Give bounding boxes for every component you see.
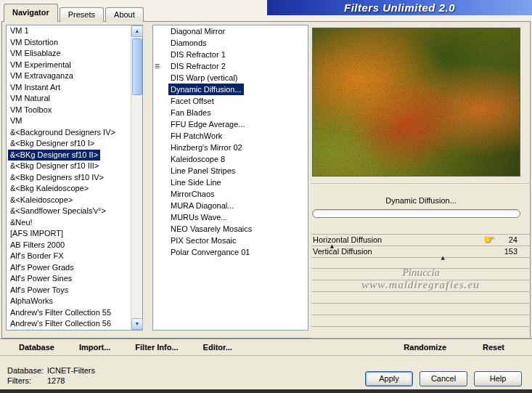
category-label: &<Bkg Designer sf10 I>: [8, 138, 97, 150]
grip-icon: ≡: [155, 60, 160, 72]
category-label: [AFS IMPORT]: [8, 228, 65, 240]
category-panel: VM 1 VM Distortion VM Elisablaze VM Expe…: [6, 25, 143, 331]
filter-item[interactable]: ≡ Kaleidoscope 8: [153, 153, 308, 165]
action-buttons: Apply Cancel Help: [0, 356, 532, 389]
filter-item[interactable]: ≡ DIS Warp (vertical): [153, 72, 308, 84]
toolbar-button[interactable]: Database: [19, 343, 54, 352]
parameter-value[interactable]: 24: [509, 235, 517, 246]
filter-item[interactable]: ≡ MirrorChaos: [153, 188, 308, 200]
category-item[interactable]: Alf's Border FX: [7, 251, 131, 262]
category-item[interactable]: VM Instant Art: [7, 82, 131, 94]
filter-item[interactable]: ≡ Polar Convergance 01: [153, 246, 308, 258]
filter-item[interactable]: ≡ DIS Refractor 2: [153, 60, 308, 72]
status-bar: Database: ICNET-Filters Filters: 1278 Ap…: [0, 356, 532, 389]
filter-label: MURA Diagonal...: [168, 200, 236, 211]
toolbar: Database Import... Filter Info... Editor…: [0, 339, 532, 356]
category-item[interactable]: VM Natural: [7, 93, 131, 105]
category-item[interactable]: &<Bkg Designer sf10 I>: [7, 138, 131, 150]
slider-thumb[interactable]: ▲: [330, 243, 334, 249]
action-button-label: Cancel: [431, 374, 456, 383]
filter-item[interactable]: ≡ Line Panel Stripes: [153, 165, 308, 177]
filter-label: Facet Offset: [168, 95, 216, 107]
action-button[interactable]: Cancel: [420, 371, 467, 386]
filter-item[interactable]: ≡ Hinzberg's Mirror 02: [153, 142, 308, 153]
toolbar-button[interactable]: Randomize: [404, 343, 446, 352]
filter-item[interactable]: ≡ Diagonal Mirror: [153, 25, 308, 37]
category-item[interactable]: &<Bkg Kaleidoscope>: [7, 183, 131, 195]
scroll-up-icon[interactable]: ▲: [131, 25, 143, 37]
toolbar-button[interactable]: Reset: [483, 343, 504, 352]
category-item[interactable]: VM Elisablaze: [7, 48, 131, 60]
category-scrollbar[interactable]: ▲ ▼: [131, 25, 142, 330]
filter-preview-image: [312, 28, 520, 177]
filter-label: FFU Edge Average...: [168, 118, 247, 130]
category-item[interactable]: &<Sandflower Specials'v°>: [7, 206, 131, 217]
category-item[interactable]: [AFS IMPORT]: [7, 228, 131, 240]
category-item[interactable]: Andrew's Filter Collection 55: [7, 307, 131, 319]
filter-label: DIS Refractor 1: [168, 49, 228, 60]
window-title: Filters Unlimited 2.0: [344, 1, 455, 14]
tab[interactable]: Presets: [60, 7, 104, 22]
category-item[interactable]: &<Kaleidoscope>: [7, 195, 131, 206]
parameter-value[interactable]: 153: [504, 246, 517, 257]
parameter-name: Horizontal Diffusion: [313, 235, 382, 246]
category-item[interactable]: &<BKg Designer sf10 II>: [7, 150, 131, 161]
tab[interactable]: Navigator: [4, 4, 58, 22]
category-label: VM Extravaganza: [8, 70, 75, 82]
filter-item[interactable]: ≡ NEO Vasarely Mosaics: [153, 223, 308, 235]
action-button[interactable]: Apply: [365, 371, 413, 386]
category-item[interactable]: &<Background Designers IV>: [7, 127, 131, 139]
category-item[interactable]: AlphaWorks: [7, 296, 131, 307]
category-item[interactable]: VM Toolbox: [7, 105, 131, 116]
category-item[interactable]: &Neu!: [7, 217, 131, 229]
toolbar-button[interactable]: Import...: [79, 343, 110, 352]
category-item[interactable]: Andrew's Filter Collection 56: [7, 318, 131, 330]
toolbar-button[interactable]: Editor...: [203, 343, 232, 352]
filter-item[interactable]: ≡ Line Side Line: [153, 177, 308, 188]
category-label: &<Bkg Designers sf10 IV>: [8, 172, 106, 184]
category-item[interactable]: VM: [7, 116, 131, 127]
category-label: &Neu!: [8, 217, 35, 229]
scroll-down-icon[interactable]: ▼: [131, 318, 143, 330]
category-label: &<Bkg Designer sf10 III>: [8, 161, 101, 172]
action-button[interactable]: Help: [474, 371, 522, 386]
filter-item[interactable]: ≡ MURA Diagonal...: [153, 200, 308, 211]
tab[interactable]: About: [105, 7, 144, 22]
tab-bar: Navigator Presets About: [4, 4, 145, 22]
category-item[interactable]: Alf's Power Grads: [7, 262, 131, 274]
category-label: VM Elisablaze: [8, 48, 63, 60]
category-label: VM 1: [8, 25, 31, 37]
category-label: Alf's Power Grads: [8, 262, 76, 274]
separator-line: [311, 183, 531, 184]
filter-item[interactable]: ≡ Fan Blades: [153, 107, 308, 118]
toolbar-button[interactable]: Filter Info...: [135, 343, 178, 352]
category-item[interactable]: &<Bkg Designer sf10 III>: [7, 161, 131, 172]
parameter-row: Vertical Diffusion ☛ 153 ▲: [311, 246, 531, 258]
category-item[interactable]: AB Filters 2000: [7, 240, 131, 251]
filter-item[interactable]: ≡ Diamonds: [153, 37, 308, 49]
filter-item[interactable]: ≡ FFU Edge Average...: [153, 118, 308, 130]
slider-thumb[interactable]: ▲: [441, 255, 444, 261]
category-label: &<Bkg Kaleidoscope>: [8, 183, 91, 195]
filter-item[interactable]: ≡ FH PatchWork: [153, 130, 308, 142]
category-item[interactable]: Alf's Power Sines: [7, 273, 131, 285]
filter-label: Dynamic Diffusion...: [168, 84, 244, 95]
filter-label: PIX Sector Mosaic: [168, 235, 238, 246]
category-item[interactable]: VM 1: [7, 25, 131, 37]
filter-item[interactable]: ≡ PIX Sector Mosaic: [153, 235, 308, 246]
category-item[interactable]: VM Extravaganza: [7, 70, 131, 82]
filter-item[interactable]: ≡ DIS Refractor 1: [153, 49, 308, 60]
filter-label: Line Panel Stripes: [168, 165, 237, 177]
filter-item[interactable]: ≡ MURUs Wave...: [153, 211, 308, 223]
filter-item[interactable]: ≡ Facet Offset: [153, 95, 308, 107]
category-item[interactable]: &<Bkg Designers sf10 IV>: [7, 172, 131, 184]
category-label: VM Experimental: [8, 60, 73, 71]
category-label: AlphaWorks: [8, 296, 55, 307]
category-item[interactable]: VM Experimental: [7, 60, 131, 71]
category-item[interactable]: VM Distortion: [7, 37, 131, 49]
scrollbar-thumb[interactable]: [132, 39, 142, 95]
category-label: &<BKg Designer sf10 II>: [8, 150, 100, 161]
action-button-label: Apply: [379, 374, 399, 383]
filter-item[interactable]: ≡ Dynamic Diffusion...: [153, 84, 308, 95]
category-item[interactable]: Alf's Power Toys: [7, 285, 131, 296]
